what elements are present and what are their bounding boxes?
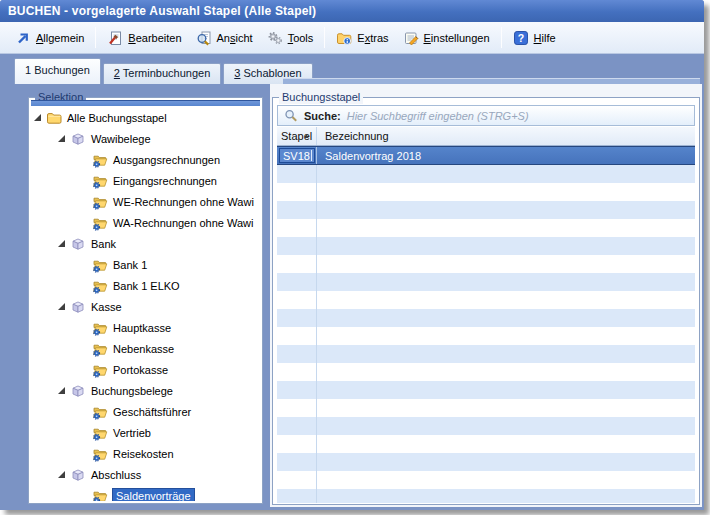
- window-body: 1 Buchungen2 Terminbuchungen3 Schablonen…: [0, 54, 704, 510]
- expanded-triangle-icon[interactable]: [34, 114, 41, 121]
- tree-item[interactable]: Eingangsrechnungen: [31, 170, 260, 191]
- text-cursor: [311, 150, 312, 161]
- buchungsstapel-groupbox: Buchungsstapel Suche: Hier Suchbegriff e…: [272, 97, 700, 505]
- table-row[interactable]: SV18 Saldenvortrag 2018: [277, 146, 695, 165]
- tree-item[interactable]: Kasse: [31, 296, 260, 317]
- tab-bar: 1 Buchungen2 Terminbuchungen3 Schablonen: [14, 58, 315, 84]
- stack-icon: [92, 257, 108, 273]
- empty-table-row[interactable]: [277, 201, 695, 219]
- toolbar-button-bearbeiten[interactable]: Bearbeiten: [100, 27, 188, 49]
- expanded-triangle-icon[interactable]: [58, 471, 65, 478]
- search-placeholder[interactable]: Hier Suchbegriff eingeben (STRG+S): [347, 110, 529, 122]
- empty-table-row[interactable]: [277, 309, 695, 327]
- search-icon: [284, 109, 298, 123]
- empty-table-row[interactable]: [277, 273, 695, 291]
- empty-table-row[interactable]: [277, 291, 695, 309]
- empty-table-row[interactable]: [277, 345, 695, 363]
- stack-icon: [92, 488, 108, 502]
- stapel-tree: Alle Buchungsstapel Wawibelege Ausgangsr…: [31, 100, 260, 501]
- tree-item[interactable]: Reisekosten: [31, 443, 260, 464]
- tree-item[interactable]: Geschäftsführer: [31, 401, 260, 422]
- search-label: Suche:: [304, 110, 341, 122]
- tab-2-terminbuchungen[interactable]: 2 Terminbuchungen: [103, 63, 221, 84]
- cube-icon: [70, 236, 86, 252]
- folder-icon: [46, 110, 62, 126]
- expanded-triangle-icon[interactable]: [58, 387, 65, 394]
- form-pencil-icon: [403, 30, 419, 46]
- expanded-triangle-icon[interactable]: [58, 240, 65, 247]
- empty-table-row[interactable]: [277, 453, 695, 471]
- help-question-icon: ?: [513, 30, 529, 46]
- toolbar-button-tools[interactable]: Tools: [260, 27, 321, 49]
- sort-ascending-icon: ▲: [303, 132, 310, 139]
- tree-item[interactable]: Buchungsbelege: [31, 380, 260, 401]
- toolbar-button-einstellungen[interactable]: Einstellungen: [396, 27, 497, 49]
- empty-table-row[interactable]: [277, 237, 695, 255]
- empty-table-row[interactable]: [277, 327, 695, 345]
- tab-1-buchungen[interactable]: 1 Buchungen: [14, 58, 101, 84]
- tree-item[interactable]: WE-Rechnungen ohne Wawi: [31, 191, 260, 212]
- stack-icon: [92, 152, 108, 168]
- selektion-groupbox: Selektion Alle Buchungsstapel Wawibelege…: [28, 97, 263, 504]
- tree-item[interactable]: WA-Rechnungen ohne Wawi: [31, 212, 260, 233]
- column-header-bezeichnung[interactable]: Bezeichnung: [317, 127, 695, 145]
- empty-table-row[interactable]: [277, 471, 695, 489]
- folder-info-icon: [336, 30, 352, 46]
- buchungsstapel-pane: Buchungsstapel Suche: Hier Suchbegriff e…: [270, 84, 702, 507]
- stack-icon: [92, 278, 108, 294]
- tree-item[interactable]: Saldenvorträge: [31, 485, 260, 501]
- tree-item[interactable]: Hauptkasse: [31, 317, 260, 338]
- tree-item[interactable]: Vertrieb: [31, 422, 260, 443]
- empty-table-row[interactable]: [277, 255, 695, 273]
- edit-page-icon: [107, 30, 123, 46]
- app-window: BUCHEN - vorgelagerte Auswahl Stapel (Al…: [0, 0, 704, 510]
- stack-icon: [92, 173, 108, 189]
- empty-table-row[interactable]: [277, 417, 695, 435]
- tree-item[interactable]: Wawibelege: [31, 128, 260, 149]
- stack-icon: [92, 425, 108, 441]
- toolbar-button-allgemein[interactable]: Allgemein: [8, 27, 91, 49]
- stack-icon: [92, 341, 108, 357]
- tree-item[interactable]: Abschluss: [31, 464, 260, 485]
- table-header: Stapel ▲ Bezeichnung: [277, 127, 695, 146]
- empty-table-row[interactable]: [277, 489, 695, 503]
- stack-icon: [92, 362, 108, 378]
- tree-item[interactable]: Alle Buchungsstapel: [31, 107, 260, 128]
- toolbar-button-ansicht[interactable]: Ansicht: [189, 27, 260, 49]
- toolbar-button-hilfe[interactable]: ? Hilfe: [506, 27, 563, 49]
- search-bar[interactable]: Suche: Hier Suchbegriff eingeben (STRG+S…: [277, 105, 695, 126]
- tree-item[interactable]: Bank: [31, 233, 260, 254]
- empty-table-row[interactable]: [277, 183, 695, 201]
- empty-table-row[interactable]: [277, 381, 695, 399]
- empty-table-row[interactable]: [277, 165, 695, 183]
- empty-table-row[interactable]: [277, 219, 695, 237]
- tree-item[interactable]: Bank 1 ELKO: [31, 275, 260, 296]
- empty-table-row[interactable]: [277, 363, 695, 381]
- title-bar[interactable]: BUCHEN - vorgelagerte Auswahl Stapel (Al…: [0, 0, 704, 22]
- toolbar-separator: [95, 27, 96, 48]
- empty-table-row[interactable]: [277, 399, 695, 417]
- cube-icon: [70, 467, 86, 483]
- column-header-stapel[interactable]: Stapel ▲: [277, 127, 317, 145]
- cube-icon: [70, 383, 86, 399]
- toolbar-separator: [324, 27, 325, 48]
- magnifier-page-icon: [196, 30, 212, 46]
- stack-icon: [92, 404, 108, 420]
- stack-icon: [92, 446, 108, 462]
- buchungsstapel-content: Suche: Hier Suchbegriff eingeben (STRG+S…: [274, 99, 698, 503]
- arrow-up-right-icon: [15, 30, 31, 46]
- empty-table-row[interactable]: [277, 435, 695, 453]
- cube-icon: [70, 131, 86, 147]
- stack-icon: [92, 320, 108, 336]
- stapel-table-body: SV18 Saldenvortrag 2018: [277, 146, 695, 503]
- tree-item[interactable]: Portokasse: [31, 359, 260, 380]
- toolbar-button-extras[interactable]: Extras: [329, 27, 395, 49]
- expanded-triangle-icon[interactable]: [58, 135, 65, 142]
- tree-item[interactable]: Bank 1: [31, 254, 260, 275]
- tree-item[interactable]: Nebenkasse: [31, 338, 260, 359]
- expanded-triangle-icon[interactable]: [58, 303, 65, 310]
- toolbar-separator: [501, 27, 502, 48]
- tree-item[interactable]: Ausgangsrechnungen: [31, 149, 260, 170]
- stapel-cell-editor[interactable]: SV18: [279, 148, 315, 163]
- svg-text:?: ?: [517, 32, 523, 44]
